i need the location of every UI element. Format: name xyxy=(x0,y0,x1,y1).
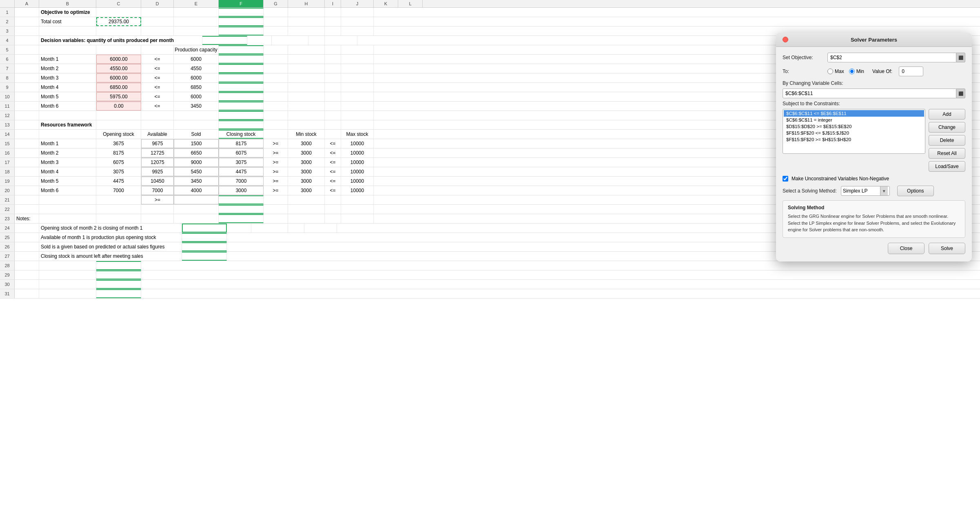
cell-b14[interactable] xyxy=(39,130,96,139)
col-header-e[interactable]: E xyxy=(174,0,219,7)
cell-b29[interactable] xyxy=(39,270,96,279)
cell-b10[interactable]: Month 5 xyxy=(39,92,96,101)
cell-j12[interactable] xyxy=(341,111,374,120)
cell-i3[interactable] xyxy=(325,27,341,35)
constraints-list[interactable]: $C$6:$C$11 <= $E$6:$E$11 $C$6:$C$11 = in… xyxy=(783,109,925,154)
cell-i5[interactable] xyxy=(325,45,341,54)
cell-a16[interactable] xyxy=(15,148,39,157)
cell-c2[interactable]: 29375.00 xyxy=(96,17,141,26)
col-header-g[interactable]: G xyxy=(264,0,288,7)
cell-g9[interactable] xyxy=(264,83,288,92)
value-of-input[interactable] xyxy=(899,66,923,76)
cell-a20[interactable] xyxy=(15,186,39,195)
cell-f24[interactable] xyxy=(182,224,227,233)
cell-g12[interactable] xyxy=(264,111,288,120)
cell-h8[interactable] xyxy=(288,73,325,82)
cell-a30[interactable] xyxy=(15,280,39,289)
cell-i13[interactable] xyxy=(325,120,341,129)
cell-d23[interactable] xyxy=(141,214,174,223)
cell-h3[interactable] xyxy=(288,27,325,35)
cell-a4[interactable] xyxy=(15,36,39,45)
cell-b1[interactable]: Objective to optimize xyxy=(39,8,96,17)
cell-c1[interactable] xyxy=(96,8,141,17)
cell-e22[interactable] xyxy=(174,205,219,214)
cell-c11[interactable]: 0.00 xyxy=(96,102,141,111)
radio-min-item[interactable]: Min xyxy=(849,69,864,74)
cell-f30[interactable] xyxy=(96,280,141,289)
cell-f3[interactable] xyxy=(219,27,264,35)
cell-i9[interactable] xyxy=(325,83,341,92)
cell-a11[interactable] xyxy=(15,102,39,111)
cell-g15[interactable]: >= xyxy=(264,139,288,148)
cell-j16[interactable]: 10000 xyxy=(341,148,374,157)
cell-f19[interactable]: 7000 xyxy=(219,177,264,186)
cell-a9[interactable] xyxy=(15,83,39,92)
col-header-i[interactable]: I xyxy=(325,0,341,7)
cell-c6[interactable]: 6000.00 xyxy=(96,55,141,64)
cell-d2[interactable] xyxy=(141,17,174,26)
cell-f8[interactable] xyxy=(219,73,264,82)
cell-a12[interactable] xyxy=(15,111,39,120)
cell-j11[interactable] xyxy=(341,102,374,111)
cell-a2[interactable] xyxy=(15,17,39,26)
cell-f31[interactable] xyxy=(96,289,141,298)
cell-g1[interactable] xyxy=(264,8,288,17)
cell-f15[interactable]: 8175 xyxy=(219,139,264,148)
cell-b27[interactable]: Closing stock is amount left after meeti… xyxy=(39,252,182,261)
cell-b7[interactable]: Month 2 xyxy=(39,64,96,73)
cell-a31[interactable] xyxy=(15,289,39,298)
cell-c5[interactable] xyxy=(96,45,141,54)
constraint-item-5[interactable]: $F$15:$F$20 >= $H$15:$H$20 xyxy=(784,136,924,143)
cell-c3[interactable] xyxy=(96,27,141,35)
cell-d18[interactable]: 9925 xyxy=(141,167,174,176)
cell-f4[interactable] xyxy=(202,36,247,45)
cell-e7[interactable]: 4550 xyxy=(174,64,219,73)
cell-d17[interactable]: 12075 xyxy=(141,158,174,167)
cell-a6[interactable] xyxy=(15,55,39,64)
cell-e14[interactable]: Sold xyxy=(174,130,219,139)
cell-e13[interactable] xyxy=(174,120,219,129)
col-header-j[interactable]: J xyxy=(341,0,374,7)
cell-e8[interactable]: 6000 xyxy=(174,73,219,82)
cell-j5[interactable] xyxy=(341,45,374,54)
cell-g3[interactable] xyxy=(264,27,288,35)
cell-a19[interactable] xyxy=(15,177,39,186)
cell-b3[interactable] xyxy=(39,27,96,35)
cell-d10[interactable]: <= xyxy=(141,92,174,101)
cell-a25[interactable] xyxy=(15,233,39,242)
cell-b15[interactable]: Month 1 xyxy=(39,139,96,148)
cell-e21[interactable] xyxy=(174,195,219,204)
cell-e11[interactable]: 3450 xyxy=(174,102,219,111)
cell-a24[interactable] xyxy=(15,224,39,233)
cell-c7[interactable]: 4550.00 xyxy=(96,64,141,73)
cell-f7[interactable] xyxy=(219,64,264,73)
cell-d3[interactable] xyxy=(141,27,174,35)
cell-i12[interactable] xyxy=(325,111,341,120)
cell-g21[interactable] xyxy=(264,195,288,204)
cell-b11[interactable]: Month 6 xyxy=(39,102,96,111)
col-header-k[interactable]: K xyxy=(374,0,398,7)
cell-a3[interactable] xyxy=(15,27,39,35)
cell-c18[interactable]: 3075 xyxy=(96,167,141,176)
cell-b12[interactable] xyxy=(39,111,96,120)
solve-button[interactable]: Solve xyxy=(929,243,965,254)
reset-all-button[interactable]: Reset All xyxy=(929,148,965,159)
cell-j8[interactable] xyxy=(341,73,374,82)
cell-f11[interactable] xyxy=(219,102,264,111)
cell-g4[interactable] xyxy=(247,36,272,45)
cell-d20[interactable]: 7000 xyxy=(141,186,174,195)
cell-i15[interactable]: <= xyxy=(325,139,341,148)
constraint-item-1[interactable]: $C$6:$C$11 <= $E$6:$E$11 xyxy=(784,110,924,117)
cell-h10[interactable] xyxy=(288,92,325,101)
cell-f1[interactable] xyxy=(219,8,264,17)
constraint-item-4[interactable]: $F$15:$F$20 <= $J$15:$J$20 xyxy=(784,130,924,136)
cell-f6[interactable] xyxy=(219,55,264,64)
method-dropdown-arrow[interactable]: ▼ xyxy=(880,186,888,195)
cell-c14[interactable]: Opening stock xyxy=(96,130,141,139)
add-constraint-button[interactable]: Add xyxy=(929,109,965,120)
cell-f18[interactable]: 4475 xyxy=(219,167,264,176)
cell-b18[interactable]: Month 4 xyxy=(39,167,96,176)
cell-e2[interactable] xyxy=(174,17,219,26)
cell-c23[interactable] xyxy=(96,214,141,223)
cell-d21[interactable]: >= xyxy=(141,195,174,204)
